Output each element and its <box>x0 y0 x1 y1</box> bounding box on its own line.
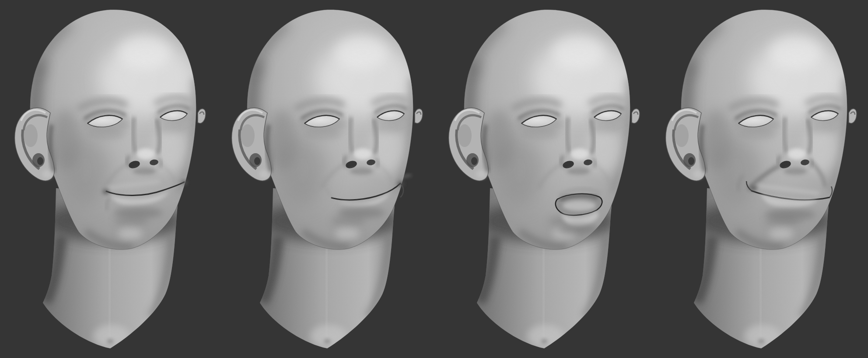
head-render-1 <box>0 0 217 358</box>
head-base <box>232 10 423 348</box>
head-figure-4 <box>651 0 868 358</box>
head-figure-2 <box>217 0 434 358</box>
head-render-2 <box>217 0 434 358</box>
head-render-3 <box>434 0 651 358</box>
head-figure-3 <box>434 0 651 358</box>
head-base <box>15 10 206 348</box>
sculpt-canvas[interactable] <box>0 0 868 358</box>
head-figure-1 <box>0 0 217 358</box>
head-render-4 <box>651 0 868 358</box>
head-base <box>449 10 640 348</box>
